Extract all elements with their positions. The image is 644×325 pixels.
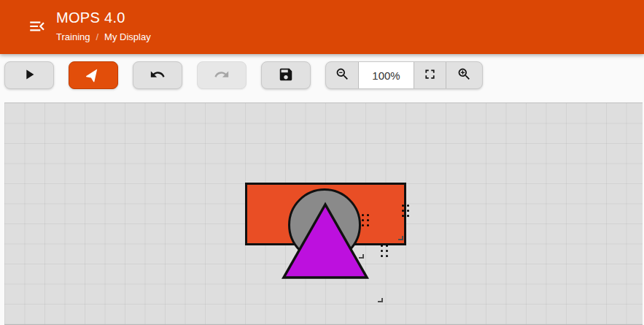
- drag-grip-handle[interactable]: [381, 245, 388, 257]
- navigation-arrow-icon: [85, 66, 101, 85]
- resize-corner-handle[interactable]: [378, 298, 383, 302]
- fullscreen-icon: [422, 66, 438, 85]
- zoom-out-icon: [335, 66, 350, 85]
- drag-grip-handle[interactable]: [362, 214, 369, 226]
- undo-button[interactable]: [133, 61, 182, 89]
- page-title: MOPS 4.0: [56, 8, 151, 27]
- drag-grip-handle[interactable]: [402, 204, 409, 217]
- save-button[interactable]: [261, 61, 311, 89]
- zoom-in-icon: [457, 66, 472, 85]
- resize-corner-handle[interactable]: [398, 236, 403, 240]
- play-button[interactable]: [4, 61, 54, 89]
- breadcrumb-item-training[interactable]: Training: [56, 31, 90, 42]
- fullscreen-button[interactable]: [414, 62, 446, 88]
- app-header: MOPS 4.0 Training / My Display: [0, 0, 644, 54]
- save-icon: [278, 66, 294, 85]
- zoom-level-value: 100%: [372, 69, 400, 82]
- design-canvas[interactable]: [4, 102, 643, 325]
- breadcrumb-separator: /: [96, 31, 98, 42]
- menu-collapse-icon: [28, 17, 47, 38]
- zoom-level-display: 100%: [358, 62, 414, 88]
- editor-toolbar: 100%: [0, 54, 644, 102]
- redo-button: [197, 61, 247, 89]
- redo-icon: [214, 66, 230, 85]
- resize-corner-handle[interactable]: [359, 254, 364, 259]
- app-window: MOPS 4.0 Training / My Display: [0, 0, 644, 325]
- breadcrumb-item-my-display[interactable]: My Display: [104, 31, 151, 42]
- breadcrumb: Training / My Display: [56, 31, 151, 42]
- undo-icon: [150, 66, 166, 85]
- zoom-out-button[interactable]: [326, 62, 358, 88]
- play-icon: [21, 66, 37, 85]
- menu-toggle-button[interactable]: [25, 16, 50, 38]
- select-pointer-button[interactable]: [69, 61, 118, 89]
- zoom-in-button[interactable]: [446, 62, 482, 88]
- zoom-controls: 100%: [325, 61, 483, 89]
